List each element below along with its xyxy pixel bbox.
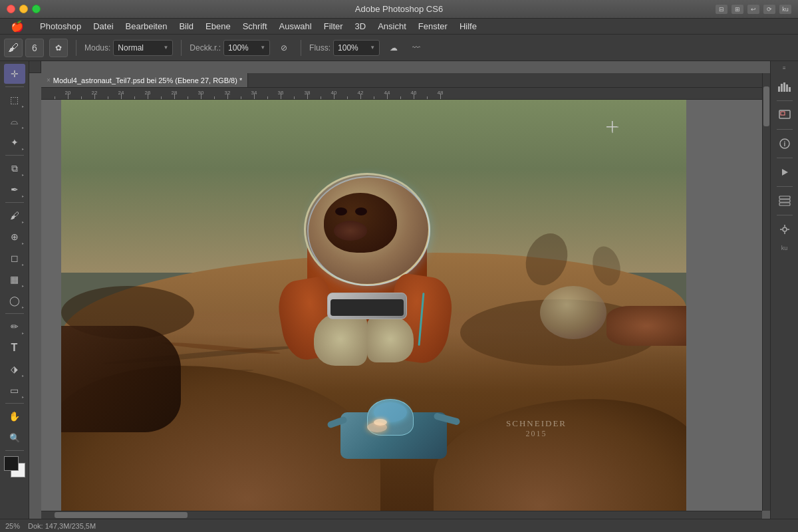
menu-auswahl[interactable]: Auswahl xyxy=(274,20,317,33)
menu-bearbeiten[interactable]: Bearbeiten xyxy=(120,20,173,33)
apple-menu[interactable]: 🍎 xyxy=(5,19,29,34)
title-bar-icon-2: ⊞ xyxy=(732,5,743,14)
brush-tool[interactable]: 🖌▸ xyxy=(4,205,25,225)
tab-bar: × Modul4_astronaut_Teil7.psd bei 25% (Eb… xyxy=(41,73,762,88)
window-title: Adobe Photoshop CS6 xyxy=(355,4,443,14)
traffic-lights xyxy=(7,5,41,13)
horizontal-scrollbar-thumb[interactable] xyxy=(55,512,188,518)
canvas-area: × Modul4_astronaut_Teil7.psd bei 25% (Eb… xyxy=(29,61,770,519)
ku-label: ku xyxy=(780,245,789,251)
flow-dropdown-arrow: ▼ xyxy=(370,45,375,51)
menu-filter[interactable]: Filter xyxy=(319,20,348,33)
vertical-scrollbar-thumb[interactable] xyxy=(763,86,769,126)
artwork: SCHNEIDER 2015 xyxy=(61,100,686,511)
svg-rect-12 xyxy=(779,196,790,199)
crop-tool[interactable]: ⧉▸ xyxy=(4,158,25,178)
opacity-label: Deckk.r.: xyxy=(190,43,221,53)
lasso-tool[interactable]: ⌓▸ xyxy=(4,111,25,131)
menu-hilfe[interactable]: Hilfe xyxy=(454,20,482,33)
menu-ansicht[interactable]: Ansicht xyxy=(372,20,412,33)
signature-name: SCHNEIDER xyxy=(506,418,567,429)
right-panel-sep-1 xyxy=(777,100,793,101)
move-tool[interactable]: ✛ xyxy=(4,64,25,84)
main-area: ✛ ⬚▸ ⌓▸ ✦▸ ⧉▸ ✒▸ 🖌▸ ⊕▸ ◻▸ ▦▸ ◯▸ ✏▸ T ⬗▸ … xyxy=(0,61,798,519)
foreground-color[interactable] xyxy=(4,456,19,471)
toolbar-separator-3 xyxy=(301,40,301,56)
layers-panel-btn[interactable] xyxy=(775,191,795,211)
eraser-tool[interactable]: ◻▸ xyxy=(4,248,25,268)
toolbar-separator-2 xyxy=(181,40,182,56)
pressure-icon[interactable]: ⊘ xyxy=(275,39,293,57)
document-tab[interactable]: × Modul4_astronaut_Teil7.psd bei 25% (Eb… xyxy=(41,73,248,87)
brush-size-input[interactable]: 6 xyxy=(25,39,44,57)
vertical-scrollbar[interactable] xyxy=(762,73,770,511)
svg-rect-13 xyxy=(779,200,790,202)
brush-preset-picker[interactable]: 🖌 xyxy=(4,39,23,57)
opacity-group: Deckk.r.: 100% ▼ xyxy=(190,40,270,56)
status-bar: 25% Dok: 147,3M/235,5M xyxy=(0,519,798,532)
menu-bar: 🍎 Photoshop Datei Bearbeiten Bild Ebene … xyxy=(0,19,798,35)
cursor-crosshair xyxy=(606,121,618,133)
tool-separator-2 xyxy=(5,155,24,156)
histogram-panel-btn[interactable] xyxy=(775,76,795,96)
mode-value: Normal xyxy=(118,43,144,53)
opacity-dropdown[interactable]: 100% ▼ xyxy=(223,40,270,56)
zoom-tool[interactable]: 🔍 xyxy=(4,428,25,448)
horizontal-scrollbar[interactable] xyxy=(41,511,762,519)
magic-wand-tool[interactable]: ✦▸ xyxy=(4,132,25,152)
stamp-tool[interactable]: ⊕▸ xyxy=(4,227,25,247)
menu-photoshop[interactable]: Photoshop xyxy=(35,20,86,33)
actions-panel-btn[interactable] xyxy=(775,162,795,182)
svg-point-15 xyxy=(783,227,787,231)
marquee-tool[interactable]: ⬚▸ xyxy=(4,90,25,110)
svg-rect-4 xyxy=(783,82,785,92)
path-select-tool[interactable]: ⬗▸ xyxy=(4,359,25,379)
gradient-tool[interactable]: ▦▸ xyxy=(4,269,25,289)
svg-rect-5 xyxy=(786,84,788,92)
airbrush-icon[interactable]: ☁ xyxy=(385,39,402,57)
brush-tool-group: 🖌 6 xyxy=(4,39,44,57)
info-panel-btn[interactable]: i xyxy=(775,134,795,154)
menu-3d[interactable]: 3D xyxy=(350,20,372,33)
dodge-tool[interactable]: ◯▸ xyxy=(4,291,25,311)
signature-year: 2015 xyxy=(506,429,567,439)
menu-schrift[interactable]: Schrift xyxy=(237,20,273,33)
smoothing-icon[interactable]: 〰 xyxy=(408,39,425,57)
close-button[interactable] xyxy=(7,5,15,13)
svg-rect-6 xyxy=(789,87,791,92)
pen-tool[interactable]: ✏▸ xyxy=(4,317,25,336)
svg-rect-8 xyxy=(781,112,785,115)
svg-rect-2 xyxy=(778,86,780,92)
ruler-corner xyxy=(29,61,41,73)
type-tool[interactable]: T xyxy=(4,338,25,358)
navigator-panel-btn[interactable] xyxy=(775,105,795,125)
mode-dropdown[interactable]: Normal ▼ xyxy=(113,40,173,56)
eyedropper-tool[interactable]: ✒▸ xyxy=(4,180,25,200)
menu-fenster[interactable]: Fenster xyxy=(413,20,453,33)
flow-dropdown[interactable]: 100% ▼ xyxy=(333,40,380,56)
document-canvas[interactable]: SCHNEIDER 2015 xyxy=(41,100,762,511)
title-bar-icon-1: ⊟ xyxy=(716,5,728,14)
color-picker[interactable] xyxy=(4,456,25,477)
properties-panel-btn[interactable] xyxy=(775,219,795,239)
brush-size-value: 6 xyxy=(32,43,37,53)
tool-separator-5 xyxy=(5,403,24,404)
tools-panel: ✛ ⬚▸ ⌓▸ ✦▸ ⧉▸ ✒▸ 🖌▸ ⊕▸ ◻▸ ▦▸ ◯▸ ✏▸ T ⬗▸ … xyxy=(0,61,29,519)
title-bar: Adobe Photoshop CS6 ⊟ ⊞ ↩ ⟳ ku xyxy=(0,0,798,19)
tab-close-icon[interactable]: × xyxy=(47,76,51,84)
maximize-button[interactable] xyxy=(32,5,41,13)
options-toolbar: 🖌 6 ✿ Modus: Normal ▼ Deckk.r.: 100% ▼ ⊘… xyxy=(0,35,798,61)
tool-separator-1 xyxy=(5,86,24,87)
menu-datei[interactable]: Datei xyxy=(88,20,118,33)
doc-info: Dok: 147,3M/235,5M xyxy=(28,522,96,530)
minimize-button[interactable] xyxy=(19,5,28,13)
title-bar-icon-5: ku xyxy=(779,5,791,14)
right-panel-sep-5 xyxy=(777,215,793,215)
airbrush-toggle[interactable]: ✿ xyxy=(49,39,68,57)
menu-bild[interactable]: Bild xyxy=(174,20,199,33)
tool-separator-4 xyxy=(5,313,24,314)
hand-tool[interactable]: ✋ xyxy=(4,406,25,426)
opacity-dropdown-arrow: ▼ xyxy=(260,45,265,51)
menu-ebene[interactable]: Ebene xyxy=(200,20,236,33)
shape-tool[interactable]: ▭▸ xyxy=(4,380,25,400)
